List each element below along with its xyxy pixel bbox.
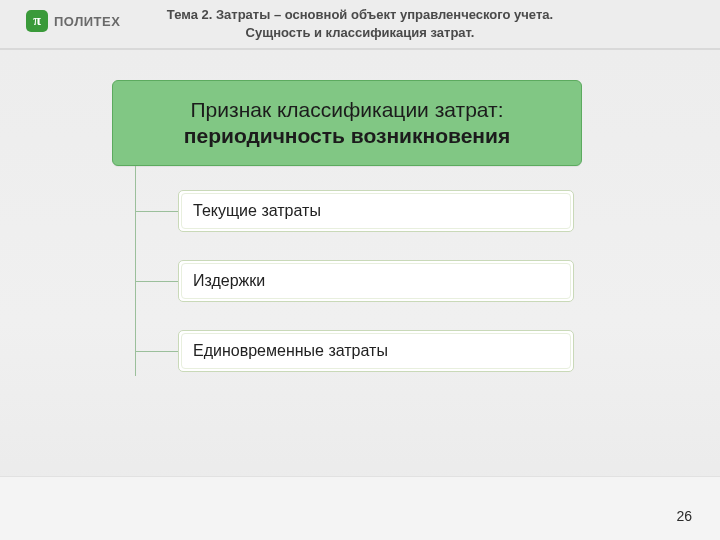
tree-connector-vertical	[135, 166, 136, 376]
page-number: 26	[676, 508, 692, 524]
classification-root-box: Признак классификации затрат: периодично…	[112, 80, 582, 166]
tree-connector-h3	[135, 351, 178, 352]
tree-connector-h1	[135, 211, 178, 212]
topic-line-2: Сущность и классификация затрат.	[0, 24, 720, 42]
tree-child-1-label: Текущие затраты	[193, 202, 321, 220]
slide-body: Признак классификации затрат: периодично…	[0, 50, 720, 540]
tree-child-2-label: Издержки	[193, 272, 265, 290]
bottom-band	[0, 476, 720, 540]
tree-child-3: Единовременные затраты	[178, 330, 574, 372]
slide-topic: Тема 2. Затраты – основной объект управл…	[0, 6, 720, 41]
topic-line-1: Тема 2. Затраты – основной объект управл…	[0, 6, 720, 24]
tree-child-3-label: Единовременные затраты	[193, 342, 388, 360]
root-line-2: периодичность возникновения	[184, 124, 510, 148]
tree-child-1: Текущие затраты	[178, 190, 574, 232]
slide-header: π ПОЛИТЕХ Тема 2. Затраты – основной объ…	[0, 0, 720, 50]
tree-connector-h2	[135, 281, 178, 282]
tree-child-2: Издержки	[178, 260, 574, 302]
root-line-1: Признак классификации затрат:	[191, 98, 504, 122]
